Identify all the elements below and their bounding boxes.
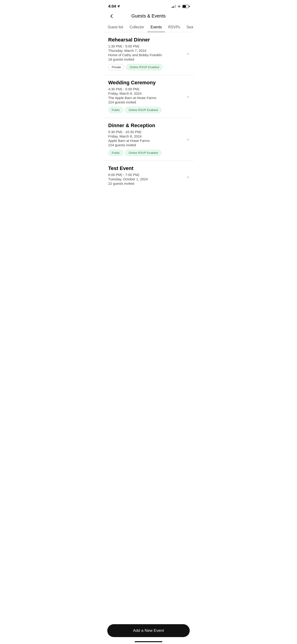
event-date: Friday, March 8, 2024 <box>108 92 189 95</box>
back-arrow-icon <box>109 14 114 19</box>
event-guests: 22 guests invited <box>108 182 189 186</box>
event-location: Apple Barn at Howe Farms <box>108 139 189 142</box>
event-time: 1:30 PM) - 5:00 PM) <box>108 44 189 48</box>
tag-public: Public <box>108 150 123 156</box>
event-item-test-event[interactable]: Test Event 6:00 PM) - 7:00 PM) Tuesday, … <box>104 161 194 193</box>
tag-private: Private <box>108 64 124 70</box>
events-list: Rehearsal Dinner 1:30 PM) - 5:00 PM) Thu… <box>104 32 194 216</box>
tab-bar: Guest list Collector Events RSVPs Seatin… <box>104 22 194 32</box>
tab-seating[interactable]: Seating <box>183 22 194 32</box>
event-time: 6:00 PM) - 7:00 PM) <box>108 173 189 177</box>
tag-rsvp: Online RSVP Enabled <box>125 150 162 156</box>
back-button[interactable] <box>108 13 115 20</box>
page-title: Guests & Events <box>108 13 189 19</box>
chevron-right-icon: › <box>188 137 189 142</box>
event-tags: Public Online RSVP Enabled <box>108 107 189 113</box>
event-item-rehearsal-dinner[interactable]: Rehearsal Dinner 1:30 PM) - 5:00 PM) Thu… <box>104 32 194 75</box>
status-bar: 4:04 <box>104 0 194 12</box>
status-time: 4:04 <box>108 4 120 9</box>
tag-rsvp: Online RSVP Enabled <box>126 64 162 70</box>
wifi-icon <box>177 5 181 8</box>
event-tags: Private Online RSVP Enabled <box>108 64 189 70</box>
event-guests: 224 guests invited <box>108 100 189 104</box>
signal-bars-icon <box>172 5 176 8</box>
event-guests: 16 guests invited <box>108 57 189 61</box>
event-time: 5:30 PM) - 10:30 PM) <box>108 130 189 134</box>
event-location: The Apple Barn at Howe Farms <box>108 96 189 100</box>
tag-rsvp: Online RSVP Enabled <box>125 107 162 113</box>
event-tags: Public Online RSVP Enabled <box>108 150 189 156</box>
tab-collector[interactable]: Collector <box>126 22 147 32</box>
status-icons <box>172 5 189 8</box>
event-date: Tuesday, October 1, 2024 <box>108 177 189 181</box>
chevron-right-icon: › <box>188 174 189 179</box>
tab-rsvps[interactable]: RSVPs <box>165 22 184 32</box>
event-title: Rehearsal Dinner <box>108 37 189 43</box>
event-item-dinner-reception[interactable]: Dinner & Reception 5:30 PM) - 10:30 PM) … <box>104 118 194 161</box>
event-title: Wedding Ceremony <box>108 80 189 86</box>
chevron-right-icon: › <box>188 94 189 99</box>
chevron-right-icon: › <box>188 51 189 56</box>
battery-icon <box>182 5 189 8</box>
event-date: Friday, March 8, 2024 <box>108 134 189 138</box>
tab-events[interactable]: Events <box>147 22 165 32</box>
event-time: 4:30 PM) - 5:00 PM) <box>108 87 189 91</box>
page-header: Guests & Events <box>104 12 194 22</box>
location-arrow-icon <box>117 5 120 8</box>
event-date: Thursday, March 7, 2024 <box>108 48 189 52</box>
event-title: Dinner & Reception <box>108 122 189 128</box>
event-location: Home of Cathy and Bobby Franklin <box>108 53 189 57</box>
tag-public: Public <box>108 107 123 113</box>
tab-guest-list[interactable]: Guest list <box>104 22 126 32</box>
event-item-wedding-ceremony[interactable]: Wedding Ceremony 4:30 PM) - 5:00 PM) Fri… <box>104 75 194 118</box>
event-title: Test Event <box>108 166 189 171</box>
event-guests: 224 guests invited <box>108 143 189 147</box>
